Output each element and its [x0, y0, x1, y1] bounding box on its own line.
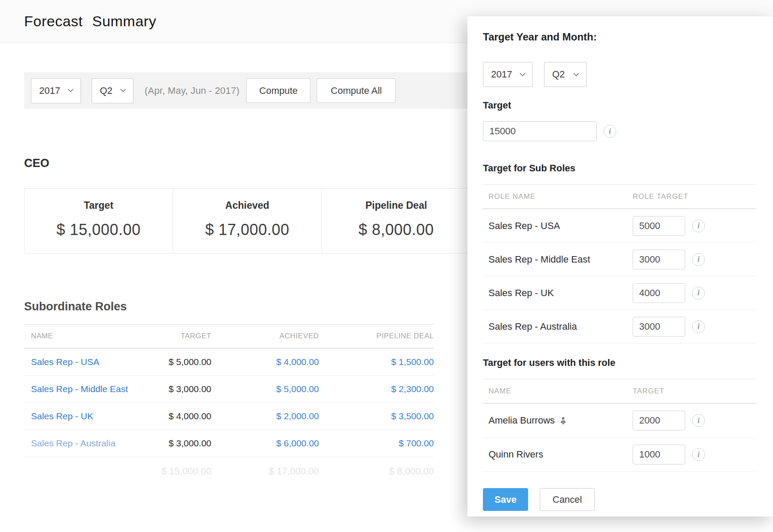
- user-target-input[interactable]: [633, 411, 685, 430]
- year-select-value: 2017: [39, 85, 60, 96]
- users-heading: Target for users with this role: [483, 357, 756, 368]
- card-value: $ 8,000.00: [359, 221, 434, 239]
- role-name-link[interactable]: Sales Rep - Australia: [31, 438, 115, 448]
- achieved-value-link[interactable]: $ 6,000.00: [211, 438, 319, 448]
- panel-heading: Target Year and Month:: [483, 31, 756, 43]
- ceo-summary-cards: Target $ 15,000.00 Achieved $ 17,000.00 …: [24, 188, 471, 254]
- achieved-value-link[interactable]: $ 4,000.00: [211, 357, 319, 367]
- role-name-link[interactable]: Sales Rep - UK: [31, 411, 93, 421]
- user-name: Amelia Burrows: [489, 415, 555, 426]
- table-row: Sales Rep - UK i: [483, 276, 756, 310]
- target-value: $ 3,000.00: [153, 384, 211, 394]
- chevron-down-icon: [68, 89, 74, 93]
- card-title: Pipeline Deal: [365, 200, 427, 211]
- user-name: Quinn Rivers: [483, 449, 633, 460]
- pipeline-value-link[interactable]: $ 1,500.00: [319, 357, 434, 367]
- target-input[interactable]: [483, 121, 597, 141]
- totals-row: $ 15,000.00 $ 17,000.00 $ 8,000.00: [24, 457, 434, 486]
- info-icon[interactable]: i: [692, 448, 705, 461]
- chevron-down-icon: [573, 73, 579, 77]
- table-row: Sales Rep - USA $ 5,000.00 $ 4,000.00 $ …: [24, 349, 434, 376]
- achieved-value-link[interactable]: $ 2,000.00: [211, 411, 319, 421]
- table-header-row: ROLE NAME ROLE TARGET: [483, 184, 756, 209]
- pipeline-value-link[interactable]: $ 3,500.00: [319, 411, 434, 421]
- ceo-heading: CEO: [24, 157, 49, 170]
- save-button[interactable]: Save: [483, 488, 528, 511]
- card-value: $ 17,000.00: [205, 221, 290, 239]
- info-icon[interactable]: i: [692, 287, 705, 300]
- info-icon[interactable]: i: [692, 320, 705, 333]
- year-select[interactable]: 2017: [31, 78, 81, 103]
- role-name: Sales Rep - Australia: [483, 321, 633, 332]
- compute-all-button[interactable]: Compute All: [317, 78, 396, 103]
- column-header-name: NAME: [24, 332, 153, 340]
- column-header-target: TARGET: [153, 332, 211, 340]
- role-target-input[interactable]: [633, 283, 685, 303]
- forecast-page: Forecast Summary 2017 Q2 (Apr, May, Jun …: [0, 0, 773, 532]
- table-header-row: NAME TARGET: [483, 379, 756, 404]
- target-edit-panel: Target Year and Month: 2017 Q2 Target i …: [467, 16, 773, 517]
- target-value: $ 3,000.00: [153, 438, 211, 448]
- pipeline-value-link[interactable]: $ 700.00: [319, 438, 434, 448]
- info-icon[interactable]: i: [603, 125, 616, 138]
- column-header-achieved: ACHIEVED: [211, 332, 319, 340]
- target-value: $ 4,000.00: [153, 411, 211, 421]
- panel-quarter-value: Q2: [552, 69, 565, 80]
- panel-actions: Save Cancel: [483, 488, 756, 511]
- quarter-select[interactable]: Q2: [92, 78, 133, 103]
- column-header-user-target: TARGET: [633, 387, 756, 396]
- chevron-down-icon: [120, 89, 126, 93]
- cancel-button[interactable]: Cancel: [540, 488, 595, 511]
- table-row: Quinn Rivers i: [483, 438, 756, 472]
- target-field-label: Target: [483, 100, 756, 111]
- sub-roles-heading: Target for Sub Roles: [483, 163, 756, 174]
- target-field-row: i: [483, 121, 756, 141]
- table-row: Sales Rep - Middle East $ 3,000.00 $ 5,0…: [24, 376, 434, 403]
- role-name-link[interactable]: Sales Rep - USA: [31, 357, 99, 367]
- column-header-role-target: ROLE TARGET: [633, 192, 756, 201]
- subordinate-roles-heading: Subordinate Roles: [24, 300, 127, 313]
- target-value: $ 5,000.00: [153, 357, 211, 367]
- table-row: Sales Rep - Australia $ 3,000.00 $ 6,000…: [24, 430, 434, 457]
- page-title: Forecast Summary: [24, 13, 156, 30]
- role-name-link[interactable]: Sales Rep - Middle East: [31, 384, 128, 394]
- card-title: Target: [84, 200, 114, 211]
- column-header-user-name: NAME: [483, 387, 633, 396]
- info-icon[interactable]: i: [692, 414, 705, 427]
- achieved-card: Achieved $ 17,000.00: [173, 188, 322, 254]
- info-icon[interactable]: i: [692, 220, 705, 232]
- pipeline-card: Pipeline Deal $ 8,000.00: [322, 188, 471, 254]
- table-row: Sales Rep - USA i: [483, 209, 756, 243]
- card-value: $ 15,000.00: [56, 221, 141, 239]
- table-row: Amelia Burrows i: [483, 404, 756, 438]
- period-hint: (Apr, May, Jun - 2017): [145, 85, 239, 96]
- user-target-input[interactable]: [633, 445, 685, 464]
- totals-achieved: $ 17,000.00: [211, 466, 319, 477]
- totals-pipeline: $ 8,000.00: [319, 466, 434, 477]
- users-table: NAME TARGET Amelia Burrows i Quinn River…: [483, 379, 756, 472]
- role-target-input[interactable]: [633, 216, 685, 236]
- column-header-role-name: ROLE NAME: [483, 192, 633, 201]
- table-row: Sales Rep - UK $ 4,000.00 $ 2,000.00 $ 3…: [24, 403, 434, 430]
- pipeline-value-link[interactable]: $ 2,300.00: [319, 384, 434, 394]
- role-target-input[interactable]: [633, 317, 685, 337]
- role-name: Sales Rep - Middle East: [483, 254, 633, 265]
- panel-year-select[interactable]: 2017: [483, 62, 533, 87]
- panel-period-selects: 2017 Q2: [483, 62, 756, 87]
- card-title: Achieved: [225, 200, 269, 211]
- panel-year-value: 2017: [491, 69, 512, 80]
- sub-roles-table: ROLE NAME ROLE TARGET Sales Rep - USA i …: [483, 184, 756, 343]
- info-icon[interactable]: i: [692, 253, 705, 266]
- compute-button[interactable]: Compute: [246, 78, 310, 103]
- chevron-down-icon: [519, 73, 526, 77]
- table-row: Sales Rep - Australia i: [483, 310, 756, 343]
- table-row: Sales Rep - Middle East i: [483, 243, 756, 276]
- role-name: Sales Rep - USA: [483, 220, 633, 232]
- column-header-pipeline: PIPELINE DEAL: [319, 332, 434, 340]
- role-target-input[interactable]: [633, 250, 685, 269]
- table-header-row: NAME TARGET ACHIEVED PIPELINE DEAL: [24, 324, 434, 349]
- user-icon: [559, 417, 567, 425]
- panel-quarter-select[interactable]: Q2: [544, 62, 587, 87]
- achieved-value-link[interactable]: $ 5,000.00: [211, 384, 319, 394]
- quarter-select-value: Q2: [100, 85, 112, 96]
